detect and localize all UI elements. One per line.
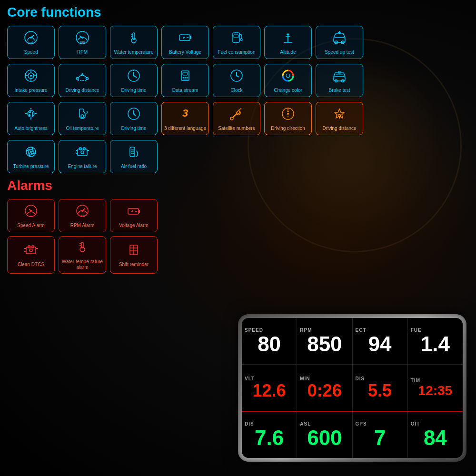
hud-gps-value: 7 <box>374 427 386 448</box>
feature-turbine: Turbine pressure <box>7 140 55 173</box>
alarms-grid: Speed Alarm RPM RPM Alarm <box>7 199 469 274</box>
feature-drive-time-label: Driving time <box>121 88 147 93</box>
hud-tim-label: TIM <box>411 378 420 383</box>
speedup-icon <box>332 30 347 48</box>
svg-text:km/h: km/h <box>29 41 34 44</box>
hud-rpm-value: 850 <box>307 334 342 355</box>
features-row-3: Auto brightness Oil temperature <box>7 102 469 135</box>
hud-cell-dis2: DIS 7.6 <box>242 412 297 458</box>
hud-gps-label: GPS <box>356 421 367 426</box>
speedometer-icon: km/h <box>23 30 39 48</box>
datastream-icon <box>178 68 193 86</box>
brightness-icon <box>23 106 39 124</box>
hud-cell-speed: SPEED 80 <box>242 318 297 364</box>
hud-cell-oit: OIT 84 <box>408 412 463 458</box>
alarm-speed-label: Speed Alarm <box>17 223 44 228</box>
hud-ect-label: ECT <box>356 327 367 333</box>
drive-time2-icon <box>126 106 141 124</box>
hud-cell-asl: ASL 600 <box>297 412 352 458</box>
feature-brake: Brake test <box>316 64 363 97</box>
svg-line-76 <box>233 113 238 118</box>
hud-row-2: VLT 12.6 MIN 0:26 DIS 5.5 TIM 12:35 <box>242 365 463 412</box>
intake-icon <box>23 68 39 86</box>
hud-cell-min: MIN 0:26 <box>297 365 352 411</box>
svg-point-49 <box>185 77 186 78</box>
hud-cell-vlt: VLT 12.6 <box>242 365 297 411</box>
alarm-rpm: RPM RPM Alarm <box>59 199 106 232</box>
feature-intake-label: Intake pressure <box>15 88 48 93</box>
svg-point-97 <box>81 151 84 154</box>
hud-cell-rpm: RPM 850 <box>297 318 352 364</box>
svg-point-2 <box>30 37 32 39</box>
feature-fuel-label: Fuel consumption <box>218 50 256 55</box>
feature-color-label: Change color <box>274 88 302 93</box>
svg-point-19 <box>240 39 242 40</box>
alarm-speed-icon <box>23 203 39 221</box>
drive-dist2-icon <box>332 106 347 124</box>
feature-speed: km/h Speed <box>7 26 55 59</box>
svg-point-104 <box>30 210 32 212</box>
alarms-title: Alarms <box>7 178 469 193</box>
svg-point-107 <box>81 210 83 212</box>
svg-marker-81 <box>287 110 289 112</box>
svg-text:3: 3 <box>182 107 188 119</box>
hud-cell-dis: DIS 5.5 <box>353 365 408 411</box>
svg-point-70 <box>81 115 84 118</box>
feature-color: Change color <box>264 64 312 97</box>
feature-brightness-label: Auto brightness <box>14 126 48 131</box>
alarm-water-label: Water tempe-rature alarm <box>61 259 104 270</box>
svg-point-79 <box>230 117 233 120</box>
alarm-shift-icon <box>126 242 141 260</box>
svg-line-78 <box>239 108 241 110</box>
drive-time-icon <box>126 68 141 86</box>
feature-airfuel-label: Air-fuel ratio <box>121 164 147 169</box>
feature-fuel: Fuel consumption <box>213 26 260 59</box>
satellite-icon <box>229 106 244 124</box>
feature-speedup-label: Speed up test <box>325 50 354 55</box>
color-icon <box>280 68 296 86</box>
svg-point-6 <box>81 37 83 39</box>
drive-dist-icon <box>75 68 90 86</box>
feature-drive-dist2-label: Driving distance <box>322 126 356 131</box>
svg-rect-18 <box>234 35 238 38</box>
svg-point-64 <box>29 112 33 116</box>
alarms-section: Alarms Speed Alarm <box>7 178 469 274</box>
hud-cell-ect: ECT 94 <box>353 318 408 364</box>
feature-altitude-label: Altitude <box>280 50 296 55</box>
engine-icon <box>75 144 90 162</box>
hud-speed-value: 80 <box>258 334 281 355</box>
water-temp-icon <box>126 30 141 48</box>
alarm-voltage-icon <box>126 203 141 221</box>
svg-point-50 <box>187 77 188 78</box>
svg-rect-13 <box>190 36 191 39</box>
alarm-shift-label: Shift reminder <box>119 262 149 268</box>
feature-speedup: Speed up test <box>316 26 363 59</box>
feature-language-label: 3 different language <box>164 126 206 131</box>
hud-vlt-value: 12.6 <box>253 382 286 399</box>
svg-rect-114 <box>26 247 36 254</box>
feature-direction: Driving direction <box>264 102 312 135</box>
brake-icon <box>332 68 347 86</box>
svg-point-74 <box>133 113 135 114</box>
svg-marker-82 <box>287 115 289 118</box>
alarm-water: Water tempe-rature alarm <box>59 236 106 274</box>
hud-row-3: DIS 7.6 ASL 600 GPS 7 OIT 84 <box>242 412 463 458</box>
alarm-dtcs: Clean DTCS <box>7 236 55 274</box>
svg-point-57 <box>286 74 290 78</box>
feature-airfuel: Air-fuel ratio <box>110 140 158 173</box>
feature-clock: Clock <box>213 64 260 97</box>
hud-fue-value: 1.4 <box>421 334 450 355</box>
hud-cell-fue: FUE 1.4 <box>408 318 463 364</box>
feature-rpm-label: RPM <box>77 50 88 55</box>
feature-datastream: Data stream <box>161 64 209 97</box>
hud-min-value: 0:26 <box>307 382 342 399</box>
main-content: Core functions km/h Speed <box>0 0 476 278</box>
svg-point-39 <box>81 73 83 75</box>
feature-drive-dist2: Driving distance <box>316 102 363 135</box>
svg-point-55 <box>236 75 238 76</box>
svg-point-48 <box>183 77 184 78</box>
hud-cell-gps: GPS 7 <box>353 412 408 458</box>
feature-datastream-label: Data stream <box>172 88 198 93</box>
feature-engine-label: Engine failure <box>68 164 97 169</box>
hud-tim-value: 12:35 <box>418 384 453 397</box>
